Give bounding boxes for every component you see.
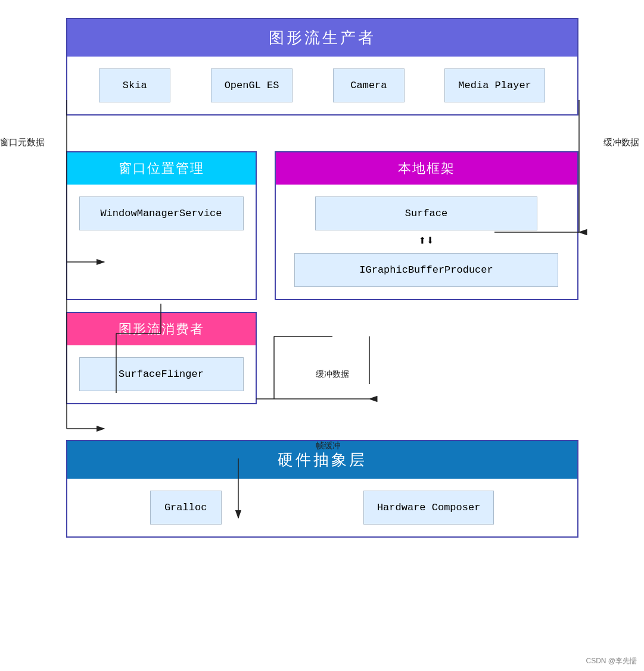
opengl-box: OpenGL ES [211, 68, 293, 102]
hardware-composer-box: Hardware Composer [363, 491, 494, 525]
window-metadata-label: 窗口元数据 [0, 137, 45, 148]
consumer-title: 图形流消费者 [67, 313, 256, 345]
producer-title: 图形流生产者 [67, 19, 577, 57]
buffer-data-mid-label: 缓冲数据 [316, 369, 349, 380]
window-manager-title: 窗口位置管理 [67, 152, 256, 185]
wms-box: WindowManagerService [79, 196, 244, 230]
camera-box: Camera [333, 68, 405, 102]
hal-block: 硬件抽象层 Gralloc Hardware Composer [66, 440, 578, 538]
hal-section: 硬件抽象层 Gralloc Hardware Composer [24, 440, 620, 538]
surfaceflinger-box: SurfaceFlinger [79, 357, 244, 391]
window-manager-body: WindowManagerService [67, 185, 256, 242]
native-framework-body: Surface ⬆⬇ IGraphicBufferProducer [276, 185, 577, 299]
diagram-container: 图形流生产者 Skia OpenGL ES Camera Media Playe… [0, 0, 644, 671]
surface-box: Surface [315, 196, 537, 230]
consumer-body: SurfaceFlinger [67, 345, 256, 403]
watermark: CSDN @李先懦 [586, 656, 637, 666]
frame-buffer-label: 帧缓冲 [316, 441, 341, 451]
double-arrow-icon: ⬆⬇ [418, 235, 434, 248]
consumer-spacer [275, 312, 578, 404]
middle-row: 窗口位置管理 WindowManagerService 本地框架 Surface… [66, 151, 578, 300]
mediaplayer-box: Media Player [444, 68, 545, 102]
buffer-data-right-label: 缓冲数据 [603, 137, 639, 148]
native-framework-block: 本地框架 Surface ⬆⬇ IGraphicBufferProducer [275, 151, 578, 300]
skia-box: Skia [99, 68, 170, 102]
consumer-section: 图形流消费者 SurfaceFlinger [66, 312, 578, 404]
native-framework-title: 本地框架 [276, 152, 577, 185]
hal-items: Gralloc Hardware Composer [67, 479, 577, 536]
window-manager-block: 窗口位置管理 WindowManagerService [66, 151, 257, 300]
consumer-block: 图形流消费者 SurfaceFlinger [66, 312, 257, 404]
producer-block: 图形流生产者 Skia OpenGL ES Camera Media Playe… [66, 18, 578, 116]
igraphicbuffer-box: IGraphicBufferProducer [294, 253, 558, 287]
producer-items: Skia OpenGL ES Camera Media Player [67, 57, 577, 114]
gralloc-box: Gralloc [150, 491, 222, 525]
